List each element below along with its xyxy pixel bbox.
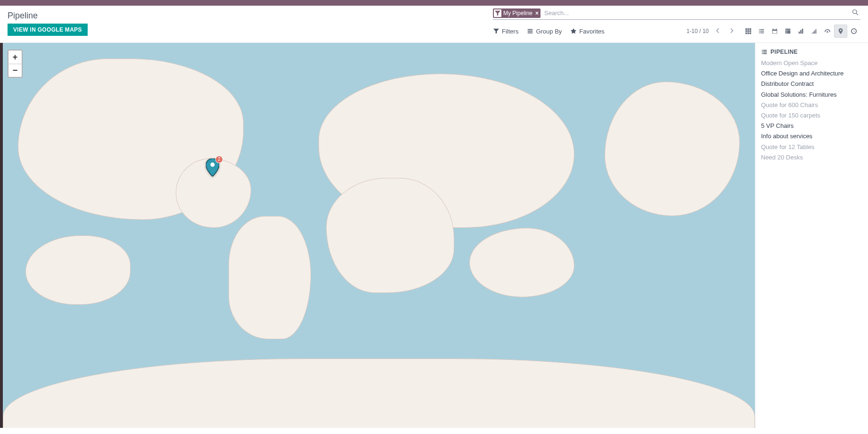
favorites-label: Favorites [579,28,604,35]
pipeline-list-item[interactable]: Info about services [761,132,862,141]
marker-badge: 2 [215,156,223,163]
pipeline-list-item[interactable]: Office Design and Architecture [761,69,862,78]
gauge-icon [824,28,831,34]
zoom-out-button[interactable]: − [8,64,22,77]
star-icon [570,28,577,34]
pipeline-side-panel: PIPELINE Modern Open SpaceOffice Design … [755,43,868,428]
chip-label: My Pipeline [503,10,532,17]
landmass [605,82,740,217]
filters-label: Filters [502,28,518,35]
pipeline-list-item[interactable]: Quote for 12 Tables [761,143,862,151]
pipeline-list-item[interactable]: Quote for 150 carpets [761,111,862,120]
search-bar: My Pipeline × [493,8,860,20]
control-panel: Pipeline VIEW IN GOOGLE MAPS My Pipeline… [0,6,868,43]
pipeline-list-item[interactable]: Distributor Contract [761,80,862,88]
landmass [469,228,574,297]
world-map[interactable]: + − 2 [3,43,755,428]
zoom-control: + − [8,50,23,78]
chip-remove-icon[interactable]: × [535,10,539,17]
pipeline-list-item[interactable]: Need 20 Desks [761,153,862,162]
list-view-button[interactable] [755,25,768,38]
pager-next-button[interactable] [727,26,737,36]
kanban-icon [745,28,752,34]
landmass [229,216,311,339]
list-icon [758,28,765,34]
svg-point-0 [210,162,214,167]
panel-title-text: PIPELINE [770,49,798,55]
calendar-view-button[interactable] [768,25,781,38]
page-title: Pipeline [8,11,88,21]
pipeline-list-item[interactable]: Global Solutions: Furnitures [761,91,862,99]
landmass [25,235,131,305]
pipeline-list-item[interactable]: Modern Open Space [761,59,862,67]
filters-button[interactable]: Filters [493,28,518,35]
kanban-view-button[interactable] [742,25,755,38]
graph-view-button[interactable] [794,25,808,38]
calendar-icon [771,28,778,34]
pager-prev-button[interactable] [712,26,723,36]
map-pin-icon [837,28,844,34]
main-content: + − 2 PIPELINE Modern Open SpaceOffice D… [0,43,868,428]
activity-view-button[interactable] [847,25,860,38]
view-switcher [742,25,860,38]
clock-icon [851,28,857,34]
pager-text: 1-10 / 10 [687,28,709,34]
search-filter-chip: My Pipeline × [493,8,540,18]
view-in-google-maps-button[interactable]: VIEW IN GOOGLE MAPS [8,24,88,36]
search-icon[interactable] [850,9,860,17]
pivot-view-button[interactable] [781,25,794,38]
map-marker[interactable]: 2 [206,159,219,178]
signal-icon [811,28,818,34]
map-view-button[interactable] [834,25,847,38]
panel-title: PIPELINE [761,49,862,55]
chevron-left-icon [714,27,721,34]
zoom-in-button[interactable]: + [8,50,22,64]
funnel-icon [493,28,500,34]
landmass [326,178,454,293]
group-by-button[interactable]: Group By [527,28,562,35]
pipeline-list-item[interactable]: Quote for 600 Chairs [761,101,862,109]
app-topbar [0,0,868,6]
toolbar-row: Filters Group By Favorites 1-10 / 10 [493,20,860,42]
chevron-right-icon [729,27,735,34]
list-icon [761,49,768,55]
dashboard-view-button[interactable] [821,25,834,38]
landmass [3,359,755,428]
cohort-view-button[interactable] [808,25,821,38]
pipeline-list: Modern Open SpaceOffice Design and Archi… [761,59,862,162]
pipeline-list-item[interactable]: 5 VP Chairs [761,122,862,130]
favorites-button[interactable]: Favorites [570,28,604,35]
funnel-icon [494,9,501,17]
bar-chart-icon [798,28,804,34]
search-input[interactable] [542,8,850,18]
list-icon [527,28,533,34]
pivot-icon [785,28,791,34]
group-by-label: Group By [536,28,562,35]
